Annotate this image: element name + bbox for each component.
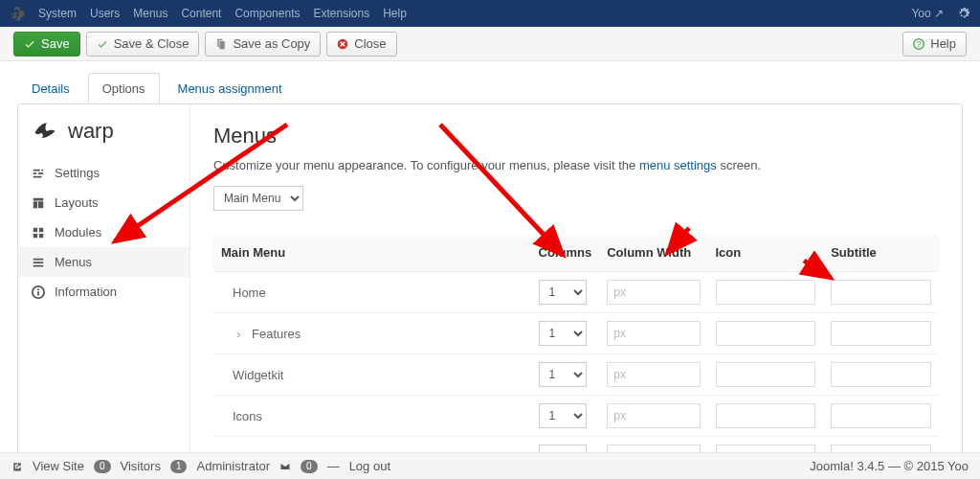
menu-table: Main Menu Columns Column Width Icon Subt… — [213, 234, 939, 478]
topnav-users[interactable]: Users — [90, 7, 120, 20]
visitors-label: Visitors — [121, 459, 161, 473]
external-icon — [11, 461, 23, 472]
check-icon — [97, 38, 108, 50]
sidebar-item-layouts[interactable]: Layouts — [18, 188, 189, 217]
sidebar-item-menus[interactable]: Menus — [18, 247, 189, 277]
column-width-input[interactable] — [607, 280, 700, 305]
options-panel: warp Settings Layouts Modules Menus Info… — [17, 103, 963, 479]
table-row: Home1 — [213, 272, 939, 313]
version-label: Joomla! 3.4.5 — © 2015 Yoo — [810, 459, 969, 473]
apply-icon — [24, 38, 35, 50]
help-button[interactable]: ?Help — [902, 32, 967, 57]
help-icon: ? — [913, 38, 924, 50]
icon-input[interactable] — [716, 280, 816, 305]
th-icon: Icon — [708, 234, 824, 272]
admin-count: 1 — [170, 460, 188, 473]
tab-options[interactable]: Options — [88, 73, 160, 103]
table-row: Widgetkit1 — [213, 354, 939, 396]
table-row: ›Features1 — [213, 313, 939, 354]
topnav-user[interactable]: Yoo ↗ — [911, 7, 944, 20]
visitors-count: 0 — [94, 460, 111, 473]
columns-select[interactable]: 1 — [539, 321, 587, 346]
topnav-content[interactable]: Content — [181, 7, 221, 20]
joomla-icon — [10, 6, 25, 21]
sidebar-item-settings[interactable]: Settings — [18, 158, 189, 188]
column-width-input[interactable] — [607, 321, 700, 346]
topnav-help[interactable]: Help — [383, 7, 407, 20]
column-width-input[interactable] — [607, 362, 700, 387]
mail-icon — [279, 461, 291, 472]
gear-icon[interactable] — [957, 7, 970, 20]
row-name: Icons — [213, 396, 531, 437]
admin-topbar: System Users Menus Content Components Ex… — [0, 0, 980, 27]
main-content: Menus Customize your menu appearance. To… — [190, 104, 962, 479]
save-copy-button[interactable]: Save as Copy — [205, 32, 321, 57]
th-name: Main Menu — [213, 234, 531, 272]
row-name: ›Features — [213, 313, 531, 354]
view-site-link[interactable]: View Site — [33, 459, 84, 473]
topnav-extensions[interactable]: Extensions — [313, 7, 369, 20]
row-name: Home — [213, 272, 531, 313]
page-title: Menus — [213, 124, 939, 148]
topnav-menus[interactable]: Menus — [133, 7, 167, 20]
topnav-components[interactable]: Components — [234, 7, 300, 20]
messages-count: 0 — [301, 460, 318, 473]
icon-input[interactable] — [716, 321, 816, 346]
copy-icon — [215, 38, 227, 50]
menu-settings-link[interactable]: menu settings — [639, 158, 717, 172]
admin-label: Administrator — [196, 459, 270, 473]
sliders-icon — [32, 167, 45, 180]
table-row: Icons1 — [213, 396, 939, 437]
warp-logo-icon — [32, 118, 58, 145]
th-column-width: Column Width — [599, 234, 707, 272]
external-icon: ↗ — [934, 7, 944, 20]
row-name: Widgetkit — [213, 354, 531, 396]
subtitle-input[interactable] — [831, 280, 931, 305]
icon-input[interactable] — [716, 403, 816, 428]
menu-icon — [32, 256, 45, 269]
cancel-icon — [337, 38, 348, 50]
sidebar-item-information[interactable]: Information — [18, 277, 189, 307]
save-button[interactable]: Save — [13, 32, 80, 57]
layout-icon — [32, 196, 45, 210]
menu-select[interactable]: Main Menu — [213, 186, 303, 211]
dash: — — [327, 459, 340, 473]
sidebar-item-modules[interactable]: Modules — [18, 217, 189, 247]
status-bar: View Site 0Visitors 1Administrator 0 — L… — [0, 452, 980, 479]
tab-menus-assignment[interactable]: Menus assignment — [164, 73, 297, 103]
subtitle-input[interactable] — [831, 403, 931, 428]
columns-select[interactable]: 1 — [539, 280, 587, 305]
grid-icon — [32, 226, 45, 240]
save-close-button[interactable]: Save & Close — [86, 32, 200, 57]
tab-row: Details Options Menus assignment — [0, 61, 980, 103]
column-width-input[interactable] — [607, 403, 700, 428]
columns-select[interactable]: 1 — [539, 362, 587, 387]
columns-select[interactable]: 1 — [539, 403, 587, 428]
th-subtitle: Subtitle — [823, 234, 939, 272]
info-icon — [32, 285, 45, 299]
tab-details[interactable]: Details — [17, 73, 84, 103]
close-button[interactable]: Close — [326, 32, 396, 57]
topnav-system[interactable]: System — [38, 7, 77, 20]
subtitle-input[interactable] — [831, 362, 931, 387]
chevron-right-icon: › — [236, 327, 246, 341]
action-toolbar: Save Save & Close Save as Copy Close ?He… — [0, 27, 980, 61]
sidebar: warp Settings Layouts Modules Menus Info… — [18, 104, 190, 479]
th-columns: Columns — [531, 234, 600, 272]
icon-input[interactable] — [716, 362, 816, 387]
svg-text:?: ? — [917, 38, 923, 49]
brand: warp — [18, 118, 189, 158]
subtitle-input[interactable] — [831, 321, 931, 346]
page-description: Customize your menu appearance. To confi… — [213, 158, 939, 172]
logout-link[interactable]: Log out — [349, 459, 390, 473]
